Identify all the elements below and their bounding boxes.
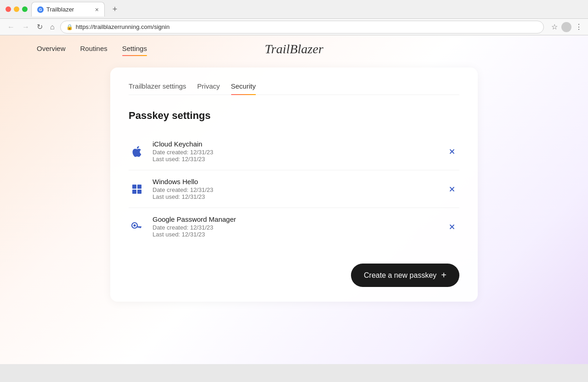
passkey-info-windows: Windows Hello Date created: 12/31/23 Las…: [153, 178, 437, 200]
tab-security[interactable]: Security: [231, 82, 256, 95]
new-tab-button[interactable]: +: [108, 3, 121, 16]
svg-rect-3: [140, 226, 141, 228]
create-passkey-button[interactable]: Create a new passkey +: [351, 264, 459, 287]
passkey-info-icloud: iCloud Keychain Date created: 12/31/23 L…: [153, 140, 437, 163]
icloud-icon: [129, 143, 145, 160]
browser-actions: ☆ ⋮: [551, 22, 582, 32]
windows-icon: [129, 181, 145, 197]
passkey-used-windows: Last used: 12/31/23: [153, 193, 437, 200]
passkey-date-windows: Date created: 12/31/23: [153, 186, 437, 193]
tab-close-button[interactable]: ×: [95, 6, 99, 13]
passkey-item-windows: Windows Hello Date created: 12/31/23 Las…: [129, 170, 459, 208]
passkey-item-icloud: iCloud Keychain Date created: 12/31/23 L…: [129, 133, 459, 170]
traffic-lights: [6, 6, 28, 12]
top-nav: Overview Routines Settings TrailBlazer: [0, 35, 588, 63]
passkey-used-google: Last used: 12/31/23: [153, 231, 437, 238]
delete-windows-button[interactable]: [445, 182, 459, 197]
nav-settings[interactable]: Settings: [122, 45, 147, 54]
lock-icon: 🔒: [66, 24, 73, 30]
menu-icon[interactable]: ⋮: [575, 22, 582, 31]
windows-grid-icon: [132, 185, 141, 194]
address-bar-row: ← → ↻ ⌂ 🔒 https://trailblazerrunning.com…: [0, 18, 588, 35]
back-button[interactable]: ←: [6, 21, 17, 33]
section-title: Passkey settings: [129, 110, 459, 122]
app-background: Overview Routines Settings TrailBlazer T…: [0, 35, 588, 364]
delete-google-button[interactable]: [445, 219, 459, 234]
create-button-row: Create a new passkey +: [129, 264, 459, 287]
fullscreen-traffic-light[interactable]: [22, 6, 28, 12]
create-passkey-label: Create a new passkey: [364, 271, 436, 280]
nav-links: Overview Routines Settings: [37, 45, 147, 54]
tab-title: Trailblazer: [46, 6, 74, 13]
passkey-list: iCloud Keychain Date created: 12/31/23 L…: [129, 133, 459, 245]
passkey-name-icloud: iCloud Keychain: [153, 140, 437, 148]
passkey-used-icloud: Last used: 12/31/23: [153, 156, 437, 163]
passkey-info-google: Google Password Manager Date created: 12…: [153, 215, 437, 238]
address-bar[interactable]: 🔒 https://trailblazerrunning.com/signin: [60, 21, 544, 34]
tab-privacy[interactable]: Privacy: [197, 82, 220, 95]
refresh-button[interactable]: ↻: [35, 21, 45, 33]
user-avatar[interactable]: [561, 22, 571, 32]
address-text: https://trailblazerrunning.com/signin: [76, 23, 170, 30]
plus-icon: +: [441, 270, 447, 281]
forward-button[interactable]: →: [20, 21, 31, 33]
home-button[interactable]: ⌂: [48, 21, 57, 33]
google-key-icon: [129, 219, 145, 235]
tab-favicon: G: [37, 6, 44, 13]
passkey-date-icloud: Date created: 12/31/23: [153, 149, 437, 156]
delete-icloud-button[interactable]: [445, 144, 459, 159]
close-traffic-light[interactable]: [6, 6, 11, 12]
browser-tab[interactable]: G Trailblazer ×: [31, 2, 105, 17]
tab-trailblazer-settings[interactable]: Trailblazer settings: [129, 82, 186, 95]
nav-overview[interactable]: Overview: [37, 45, 66, 54]
passkey-item-google: Google Password Manager Date created: 12…: [129, 208, 459, 245]
nav-routines[interactable]: Routines: [80, 45, 107, 54]
app-logo: TrailBlazer: [265, 42, 323, 56]
passkey-date-google: Date created: 12/31/23: [153, 224, 437, 231]
settings-panel: Trailblazer settings Privacy Security Pa…: [110, 67, 478, 302]
bookmark-icon[interactable]: ☆: [551, 22, 558, 31]
settings-tabs: Trailblazer settings Privacy Security: [129, 82, 459, 95]
passkey-name-windows: Windows Hello: [153, 178, 437, 185]
svg-point-1: [134, 224, 136, 226]
passkey-name-google: Google Password Manager: [153, 215, 437, 223]
svg-rect-4: [138, 226, 140, 228]
minimize-traffic-light[interactable]: [14, 6, 19, 12]
